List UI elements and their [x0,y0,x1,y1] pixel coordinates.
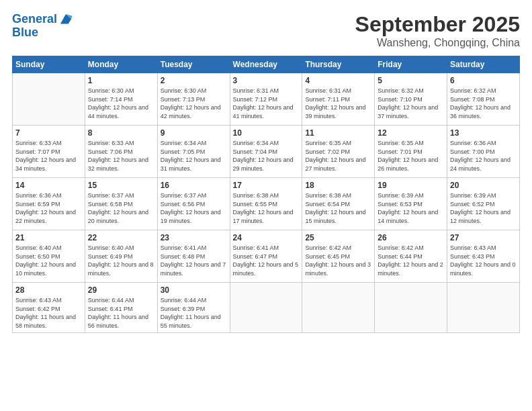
day-info: Sunrise: 6:44 AMSunset: 6:41 PMDaylight:… [88,296,154,330]
day-number: 27 [450,233,517,242]
weekday-header-wednesday: Wednesday [230,56,302,73]
logo-icon [58,12,73,27]
day-number: 28 [15,285,82,295]
weekday-header-row: SundayMondayTuesdayWednesdayThursdayFrid… [13,56,520,73]
day-info: Sunrise: 6:39 AMSunset: 6:53 PMDaylight:… [378,191,444,225]
calendar-cell: 3Sunrise: 6:31 AMSunset: 7:12 PMDaylight… [230,73,302,126]
day-number: 30 [161,285,227,295]
day-info: Sunrise: 6:38 AMSunset: 6:54 PMDaylight:… [305,191,371,225]
calendar-cell: 28Sunrise: 6:43 AMSunset: 6:42 PMDayligh… [13,283,85,333]
calendar-cell: 25Sunrise: 6:42 AMSunset: 6:45 PMDayligh… [302,230,375,283]
day-info: Sunrise: 6:34 AMSunset: 7:05 PMDaylight:… [161,139,227,173]
day-info: Sunrise: 6:41 AMSunset: 6:48 PMDaylight:… [161,244,227,277]
logo: General Blue [12,12,73,40]
calendar-cell: 9Sunrise: 6:34 AMSunset: 7:05 PMDaylight… [157,126,230,178]
calendar-cell [230,283,302,333]
day-number: 3 [233,76,300,85]
weekday-header-tuesday: Tuesday [157,56,230,73]
day-info: Sunrise: 6:37 AMSunset: 6:58 PMDaylight:… [88,191,154,225]
day-info: Sunrise: 6:42 AMSunset: 6:45 PMDaylight:… [305,244,371,277]
weekday-header-friday: Friday [375,56,447,73]
week-row-5: 28Sunrise: 6:43 AMSunset: 6:42 PMDayligh… [13,283,520,333]
day-info: Sunrise: 6:42 AMSunset: 6:44 PMDaylight:… [378,244,444,277]
day-number: 24 [233,233,300,242]
logo-blue: Blue [12,26,73,40]
calendar-cell: 29Sunrise: 6:44 AMSunset: 6:41 PMDayligh… [85,283,157,333]
calendar-cell: 14Sunrise: 6:36 AMSunset: 6:59 PMDayligh… [13,178,85,230]
day-number: 1 [88,76,154,85]
day-number: 7 [15,128,82,138]
day-number: 14 [15,181,82,190]
calendar-cell: 17Sunrise: 6:38 AMSunset: 6:55 PMDayligh… [230,178,302,230]
calendar-cell: 19Sunrise: 6:39 AMSunset: 6:53 PMDayligh… [375,178,447,230]
calendar-subtitle: Wansheng, Chongqing, China [355,37,520,49]
day-number: 6 [450,76,517,85]
calendar-cell: 15Sunrise: 6:37 AMSunset: 6:58 PMDayligh… [85,178,157,230]
day-info: Sunrise: 6:38 AMSunset: 6:55 PMDaylight:… [233,191,300,225]
day-info: Sunrise: 6:43 AMSunset: 6:43 PMDaylight:… [450,244,517,277]
calendar-cell: 5Sunrise: 6:32 AMSunset: 7:10 PMDaylight… [375,73,447,126]
day-info: Sunrise: 6:36 AMSunset: 6:59 PMDaylight:… [15,191,82,225]
day-number: 9 [161,128,227,138]
calendar-cell: 11Sunrise: 6:35 AMSunset: 7:02 PMDayligh… [302,126,375,178]
day-info: Sunrise: 6:40 AMSunset: 6:49 PMDaylight:… [88,244,154,277]
day-info: Sunrise: 6:33 AMSunset: 7:06 PMDaylight:… [88,139,154,173]
weekday-header-saturday: Saturday [447,56,520,73]
calendar-cell [302,283,375,333]
day-info: Sunrise: 6:36 AMSunset: 7:00 PMDaylight:… [450,139,517,173]
day-number: 4 [305,76,371,85]
day-number: 26 [378,233,444,242]
day-info: Sunrise: 6:43 AMSunset: 6:42 PMDaylight:… [15,296,82,330]
day-number: 16 [161,181,227,190]
day-number: 29 [88,285,154,295]
day-number: 18 [305,181,371,190]
header: General Blue September 2025 Wansheng, Ch… [12,12,520,49]
calendar-cell: 10Sunrise: 6:34 AMSunset: 7:04 PMDayligh… [230,126,302,178]
day-info: Sunrise: 6:32 AMSunset: 7:10 PMDaylight:… [378,87,444,120]
calendar-cell: 7Sunrise: 6:33 AMSunset: 7:07 PMDaylight… [13,126,85,178]
day-info: Sunrise: 6:40 AMSunset: 6:50 PMDaylight:… [15,244,82,277]
day-number: 11 [305,128,371,138]
day-info: Sunrise: 6:44 AMSunset: 6:39 PMDaylight:… [161,296,227,330]
weekday-header-monday: Monday [85,56,157,73]
day-info: Sunrise: 6:35 AMSunset: 7:01 PMDaylight:… [378,139,444,173]
day-number: 10 [233,128,300,138]
day-number: 12 [378,128,444,138]
calendar-cell: 13Sunrise: 6:36 AMSunset: 7:00 PMDayligh… [447,126,520,178]
calendar-cell: 30Sunrise: 6:44 AMSunset: 6:39 PMDayligh… [157,283,230,333]
day-info: Sunrise: 6:41 AMSunset: 6:47 PMDaylight:… [233,244,300,277]
calendar-table: SundayMondayTuesdayWednesdayThursdayFrid… [12,56,520,333]
day-number: 23 [161,233,227,242]
calendar-cell: 8Sunrise: 6:33 AMSunset: 7:06 PMDaylight… [85,126,157,178]
week-row-4: 21Sunrise: 6:40 AMSunset: 6:50 PMDayligh… [13,230,520,283]
day-info: Sunrise: 6:31 AMSunset: 7:11 PMDaylight:… [305,87,371,120]
calendar-cell: 20Sunrise: 6:39 AMSunset: 6:52 PMDayligh… [447,178,520,230]
page: General Blue September 2025 Wansheng, Ch… [0,0,532,411]
calendar-cell: 23Sunrise: 6:41 AMSunset: 6:48 PMDayligh… [157,230,230,283]
day-number: 8 [88,128,154,138]
day-number: 25 [305,233,371,242]
calendar-cell [447,283,520,333]
calendar-cell: 22Sunrise: 6:40 AMSunset: 6:49 PMDayligh… [85,230,157,283]
calendar-cell: 18Sunrise: 6:38 AMSunset: 6:54 PMDayligh… [302,178,375,230]
week-row-3: 14Sunrise: 6:36 AMSunset: 6:59 PMDayligh… [13,178,520,230]
day-number: 20 [450,181,517,190]
calendar-cell [375,283,447,333]
week-row-2: 7Sunrise: 6:33 AMSunset: 7:07 PMDaylight… [13,126,520,178]
weekday-header-thursday: Thursday [302,56,375,73]
calendar-cell: 27Sunrise: 6:43 AMSunset: 6:43 PMDayligh… [447,230,520,283]
day-number: 21 [15,233,82,242]
day-info: Sunrise: 6:39 AMSunset: 6:52 PMDaylight:… [450,191,517,225]
day-number: 22 [88,233,154,242]
calendar-cell: 21Sunrise: 6:40 AMSunset: 6:50 PMDayligh… [13,230,85,283]
day-number: 19 [378,181,444,190]
day-info: Sunrise: 6:30 AMSunset: 7:14 PMDaylight:… [88,87,154,120]
calendar-cell: 26Sunrise: 6:42 AMSunset: 6:44 PMDayligh… [375,230,447,283]
logo-text: General [12,13,57,26]
day-number: 13 [450,128,517,138]
calendar-cell [13,73,85,126]
calendar-cell: 1Sunrise: 6:30 AMSunset: 7:14 PMDaylight… [85,73,157,126]
calendar-cell: 6Sunrise: 6:32 AMSunset: 7:08 PMDaylight… [447,73,520,126]
day-info: Sunrise: 6:31 AMSunset: 7:12 PMDaylight:… [233,87,300,120]
day-info: Sunrise: 6:37 AMSunset: 6:56 PMDaylight:… [161,191,227,225]
